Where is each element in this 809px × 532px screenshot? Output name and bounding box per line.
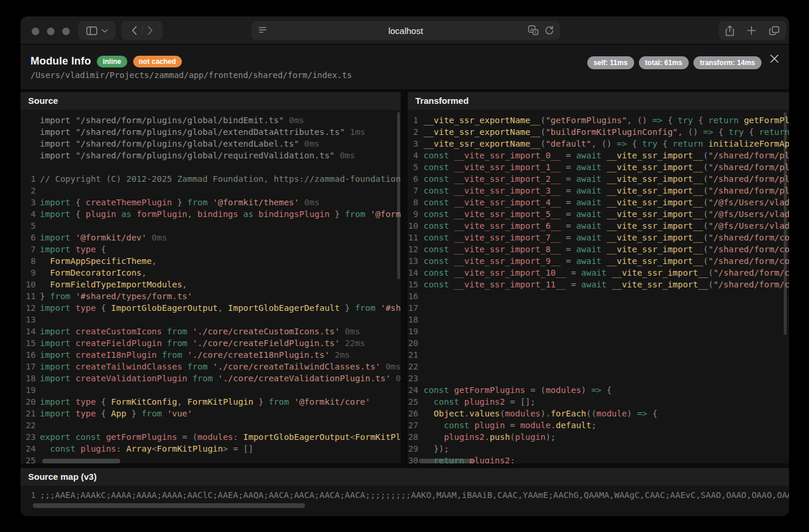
sourcemap-panel-title: Source map (v3) [21, 468, 789, 486]
code-text: import createTailwindClasses from './cor… [40, 361, 401, 372]
translate-icon[interactable]: A x [528, 25, 539, 35]
code-text: import { createThemePlugin } from '@form… [40, 196, 320, 208]
code-text: import type { FormKitConfig, FormKitPlug… [40, 396, 370, 408]
line-number: 15 [408, 279, 418, 290]
code-text: __vite_ssr_exportName__("default", () =>… [424, 138, 789, 150]
code-text: const __vite_ssr_import_3__ = await __vi… [424, 185, 789, 196]
line-number: 21 [408, 349, 418, 361]
code-text: FormAppSpecificTheme, [40, 255, 157, 267]
back-button[interactable] [131, 26, 137, 35]
code-line: 13const __vite_ssr_import_9__ = await __… [408, 255, 789, 267]
code-text: ;;;AAEA;AAAkC;AAAA;AAAA;AAAA;AAClC;AAEA;… [40, 489, 789, 501]
line-number: 1 [21, 173, 36, 185]
source-panel-title: Source [21, 92, 401, 110]
code-line: 21import type { App } from 'vue' [21, 408, 401, 419]
code-line: 8 FormAppSpecificTheme, [21, 255, 401, 267]
line-number: 1 [408, 114, 418, 126]
code-text: export const getFormPlugins = (modules: … [40, 431, 401, 443]
code-line: 16import createI18nPlugin from './core/c… [21, 349, 401, 361]
transformed-code-area: 1__vite_ssr_exportName__("getFormPlugins… [408, 110, 789, 463]
code-line: 8const __vite_ssr_import_4__ = await __v… [408, 196, 789, 208]
line-number: 22 [408, 361, 418, 372]
code-text: import "/shared/form/plugins/global/bind… [40, 114, 304, 126]
code-text: FormDecoratorIcons, [40, 267, 147, 279]
code-line: 19 [21, 384, 401, 396]
code-line: 12import type { ImportGlobEagerOutput, I… [21, 302, 401, 314]
code-line: 30 return plugins2; [408, 455, 789, 463]
line-number: 6 [21, 232, 36, 243]
code-text: __vite_ssr_exportName__("getFormPlugins"… [424, 114, 789, 126]
window-controls[interactable] [32, 28, 70, 35]
code-line: 18 [408, 314, 789, 326]
forward-button[interactable] [147, 26, 153, 35]
code-line: 1// Copyright (C) 2012-2025 Zammad Found… [21, 173, 401, 185]
line-number: 22 [21, 419, 36, 431]
code-line: 17import createTailwindClasses from './c… [21, 361, 401, 372]
code-text: import "/shared/form/plugins/global/exte… [40, 138, 320, 150]
code-line: 24const getFormPlugins = (modules) => { [408, 384, 789, 396]
line-number: 10 [408, 220, 418, 232]
code-text: } from '#shared/types/form.ts' [40, 290, 192, 302]
line-number: 3 [408, 138, 418, 150]
code-line: 7import type { [21, 243, 401, 255]
code-line: 9const __vite_ssr_import_5__ = await __v… [408, 208, 789, 220]
code-text: __vite_ssr_exportName__("buildFormKitPlu… [424, 126, 789, 138]
line-number: 13 [408, 255, 418, 267]
code-text: Object.values(modules).forEach((module) … [424, 408, 658, 419]
browser-window: localhost A x [21, 16, 789, 516]
code-line: import "/shared/form/plugins/global/exte… [21, 126, 401, 138]
code-line: 4import { plugin as formPlugin, bindings… [21, 208, 401, 220]
code-line: 29 }); [408, 443, 789, 455]
address-bar[interactable]: localhost A x [251, 21, 560, 40]
line-number: 16 [408, 290, 418, 302]
tab-overview-icon[interactable] [769, 26, 780, 36]
line-number: 19 [408, 326, 418, 337]
code-text: const __vite_ssr_import_10__ = await __v… [424, 267, 789, 279]
code-text: const plugins: Array<FormKitPlugin> = [] [40, 443, 253, 455]
code-line: 10 FormFieldTypeImportModules, [21, 279, 401, 290]
code-text: import createValidationPlugin from './co… [40, 372, 401, 384]
navigation-buttons [121, 21, 163, 40]
code-text: return plugins2; [424, 455, 515, 463]
total-time-badge: total: 61ms [639, 56, 689, 69]
code-text: // Copyright (C) 2012-2025 Zammad Founda… [40, 173, 401, 185]
line-number: 27 [408, 419, 418, 431]
code-text: const __vite_ssr_import_1__ = await __vi… [424, 161, 789, 173]
share-icon[interactable] [725, 25, 734, 36]
code-text: const __vite_ssr_import_4__ = await __vi… [424, 196, 789, 208]
line-number: 23 [408, 372, 418, 384]
line-number: 6 [408, 173, 418, 185]
minimize-window-button[interactable] [47, 28, 55, 35]
code-line: 27 const plugin = module.default; [408, 419, 789, 431]
code-line: 28 plugins2.push(plugin); [408, 431, 789, 443]
code-line: 14import createCustomIcons from './core/… [21, 326, 401, 337]
code-line: 9 FormDecoratorIcons, [21, 267, 401, 279]
line-number: 5 [21, 220, 36, 232]
sidebar-toggle-button[interactable] [78, 21, 116, 40]
line-number: 12 [21, 302, 36, 314]
module-inspect-page: Module Info inline not cached self: 11ms… [21, 45, 789, 516]
code-line: 1__vite_ssr_exportName__("getFormPlugins… [408, 114, 789, 126]
new-tab-icon[interactable] [747, 26, 756, 35]
close-icon[interactable] [768, 52, 781, 65]
line-number: 23 [21, 431, 36, 443]
code-line: 23export const getFormPlugins = (modules… [21, 431, 401, 443]
zoom-window-button[interactable] [62, 28, 70, 35]
code-line: 18import createValidationPlugin from './… [21, 372, 401, 384]
line-number: 25 [408, 396, 418, 408]
line-number: 4 [21, 208, 36, 220]
code-line: 3import { createThemePlugin } from '@for… [21, 196, 401, 208]
code-line: 20import type { FormKitConfig, FormKitPl… [21, 396, 401, 408]
source-panel: Source import "/shared/form/plugins/glob… [21, 92, 401, 463]
inline-badge: inline [97, 56, 127, 67]
line-number: 26 [408, 408, 418, 419]
line-number: 25 [21, 455, 36, 463]
code-line: 6import '@formkit/dev' 0ms [21, 232, 401, 243]
code-line: 22 [408, 361, 789, 372]
line-number: 1 [21, 489, 36, 501]
chevron-down-icon [101, 29, 108, 33]
reload-icon[interactable] [544, 25, 554, 35]
line-number: 3 [21, 196, 36, 208]
transformed-panel-title: Transformed [408, 92, 789, 110]
close-window-button[interactable] [32, 28, 39, 35]
